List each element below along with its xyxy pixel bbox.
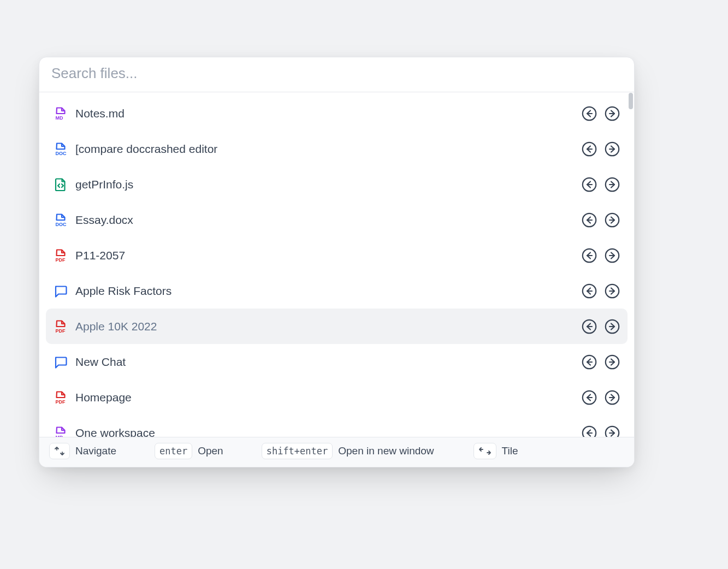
file-label: Apple 10K 2022 xyxy=(75,319,582,333)
row-actions xyxy=(582,248,620,263)
markdown-file-icon: MD xyxy=(54,426,75,437)
file-label: Essay.docx xyxy=(75,213,582,227)
keyboard-hint: Navigate xyxy=(49,443,116,459)
tile-right-button[interactable] xyxy=(605,248,620,263)
tile-right-button[interactable] xyxy=(605,283,620,299)
tile-left-button[interactable] xyxy=(582,319,597,334)
tile-right-button[interactable] xyxy=(605,106,620,121)
tile-left-button[interactable] xyxy=(582,212,597,228)
svg-text:PDF: PDF xyxy=(56,257,66,263)
markdown-file-icon: MD xyxy=(54,106,75,121)
pdf-file-icon: PDF xyxy=(54,248,75,263)
code-file-icon xyxy=(54,177,75,192)
pdf-file-icon: PDF xyxy=(54,390,75,405)
file-label: New Chat xyxy=(75,355,582,369)
keyboard-hint: enterOpen xyxy=(155,443,223,459)
file-label: Apple Risk Factors xyxy=(75,284,582,298)
svg-text:DOC: DOC xyxy=(56,222,67,227)
file-row[interactable]: PDFApple 10K 2022 xyxy=(46,309,628,344)
file-label: One workspace xyxy=(75,426,582,437)
doc-file-icon: DOC xyxy=(54,142,75,156)
row-actions xyxy=(582,106,620,121)
row-actions xyxy=(582,354,620,370)
tile-right-button[interactable] xyxy=(605,319,620,334)
file-label: [compare doccrashed editor xyxy=(75,142,582,156)
hint-label: Open xyxy=(198,445,223,457)
row-actions xyxy=(582,390,620,405)
file-row[interactable]: MDOne workspace xyxy=(46,415,628,437)
file-label: Homepage xyxy=(75,390,582,404)
file-label: getPrInfo.js xyxy=(75,177,582,191)
footer-hints: NavigateenterOpenshift+enterOpen in new … xyxy=(39,437,634,467)
file-row[interactable]: getPrInfo.js xyxy=(46,167,628,202)
file-row[interactable]: DOCEssay.docx xyxy=(46,202,628,238)
tile-right-button[interactable] xyxy=(605,354,620,370)
command-palette: MDNotes.mdDOC[compare doccrashed editorg… xyxy=(39,57,635,467)
file-row[interactable]: Apple Risk Factors xyxy=(46,273,628,309)
file-row[interactable]: PDFHomepage xyxy=(46,380,628,415)
kbd-key: shift+enter xyxy=(262,443,333,459)
tile-left-button[interactable] xyxy=(582,248,597,263)
tile-left-button[interactable] xyxy=(582,141,597,157)
svg-text:PDF: PDF xyxy=(56,399,66,405)
row-actions xyxy=(582,212,620,228)
kbd-key xyxy=(474,443,496,459)
svg-text:DOC: DOC xyxy=(56,151,67,156)
tile-right-button[interactable] xyxy=(605,390,620,405)
tile-right-button[interactable] xyxy=(605,177,620,192)
keyboard-hint: shift+enterOpen in new window xyxy=(262,443,434,459)
tile-left-button[interactable] xyxy=(582,283,597,299)
scrollbar[interactable] xyxy=(629,93,633,109)
tile-right-button[interactable] xyxy=(605,425,620,437)
file-row[interactable]: PDFP11-2057 xyxy=(46,238,628,273)
tile-left-button[interactable] xyxy=(582,425,597,437)
hint-label: Tile xyxy=(502,445,518,457)
file-row[interactable]: MDNotes.md xyxy=(46,96,628,131)
results-list: MDNotes.mdDOC[compare doccrashed editorg… xyxy=(39,92,634,437)
tile-left-button[interactable] xyxy=(582,354,597,370)
search-wrap xyxy=(39,57,634,92)
row-actions xyxy=(582,283,620,299)
kbd-key: enter xyxy=(155,443,192,459)
tile-left-button[interactable] xyxy=(582,390,597,405)
tile-left-button[interactable] xyxy=(582,177,597,192)
search-input[interactable] xyxy=(51,65,622,82)
pdf-file-icon: PDF xyxy=(54,319,75,334)
hint-label: Navigate xyxy=(75,445,116,457)
row-actions xyxy=(582,425,620,437)
svg-text:PDF: PDF xyxy=(56,328,66,334)
tile-left-button[interactable] xyxy=(582,106,597,121)
tile-right-button[interactable] xyxy=(605,141,620,157)
row-actions xyxy=(582,319,620,334)
svg-text:MD: MD xyxy=(56,115,63,121)
hint-label: Open in new window xyxy=(338,445,434,457)
svg-text:MD: MD xyxy=(56,435,63,437)
chat-icon xyxy=(54,284,75,298)
file-row[interactable]: New Chat xyxy=(46,344,628,380)
row-actions xyxy=(582,141,620,157)
file-label: P11-2057 xyxy=(75,248,582,262)
file-row[interactable]: DOC[compare doccrashed editor xyxy=(46,131,628,167)
row-actions xyxy=(582,177,620,192)
chat-icon xyxy=(54,355,75,369)
file-label: Notes.md xyxy=(75,106,582,120)
kbd-key xyxy=(49,443,70,459)
tile-right-button[interactable] xyxy=(605,212,620,228)
doc-file-icon: DOC xyxy=(54,213,75,227)
keyboard-hint: Tile xyxy=(474,443,518,459)
